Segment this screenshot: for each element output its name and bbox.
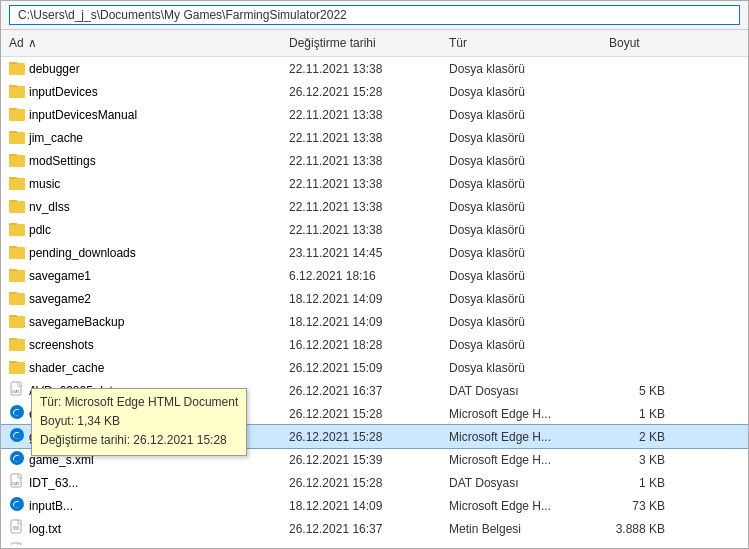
file-name: inputDevicesManual [29, 108, 137, 122]
cell-size: 1 KB [601, 475, 681, 491]
cell-name: savegameBackup [1, 311, 281, 332]
table-row[interactable]: screenshots 16.12.2021 18:28 Dosya klasö… [1, 333, 748, 356]
address-path[interactable]: C:\Users\d_j_s\Documents\My Games\Farmin… [9, 5, 740, 25]
cell-date: 26.12.2021 15:09 [281, 360, 441, 376]
cell-size [601, 160, 681, 162]
table-row[interactable]: shader_cache 26.12.2021 15:09 Dosya klas… [1, 356, 748, 379]
file-icon [9, 289, 25, 308]
table-row[interactable]: savegame2 18.12.2021 14:09 Dosya klasörü [1, 287, 748, 310]
table-row[interactable]: inputB... 18.12.2021 14:09 Microsoft Edg… [1, 494, 748, 517]
cell-size [601, 91, 681, 93]
cell-name: savegame1 [1, 265, 281, 286]
file-icon [9, 197, 25, 216]
file-name: inputB... [29, 499, 73, 513]
cell-type: Dosya klasörü [441, 199, 601, 215]
cell-size: 73 KB [601, 498, 681, 514]
file-name: IDT_63... [29, 476, 78, 490]
column-headers: Ad ∧ Değiştirme tarihi Tür Boyut [1, 30, 748, 57]
cell-size: 5 KB [601, 383, 681, 399]
cell-date: 22.11.2021 10:50 [281, 544, 441, 546]
file-icon [9, 450, 25, 469]
cell-name: screenshots [1, 334, 281, 355]
table-row[interactable]: jim_cache 22.11.2021 13:38 Dosya klasörü [1, 126, 748, 149]
table-row[interactable]: modSettings 22.11.2021 13:38 Dosya klasö… [1, 149, 748, 172]
table-row[interactable]: VERSION 22.11.2021 10:50 Dosya 1 KB [1, 540, 748, 545]
cell-name: savegame2 [1, 288, 281, 309]
cell-size [601, 183, 681, 185]
file-name: screenshots [29, 338, 94, 352]
col-header-size[interactable]: Boyut [601, 32, 681, 54]
cell-date: 18.12.2021 14:09 [281, 498, 441, 514]
cell-date: 22.11.2021 13:38 [281, 222, 441, 238]
cell-type: Microsoft Edge H... [441, 429, 601, 445]
cell-type: Dosya klasörü [441, 245, 601, 261]
cell-date: 26.12.2021 15:28 [281, 406, 441, 422]
cell-date: 26.12.2021 16:37 [281, 383, 441, 399]
cell-type: Metin Belgesi [441, 521, 601, 537]
file-icon [9, 266, 25, 285]
file-icon [9, 358, 25, 377]
cell-size: 1 KB [601, 544, 681, 546]
cell-size: 3.888 KB [601, 521, 681, 537]
col-header-date[interactable]: Değiştirme tarihi [281, 32, 441, 54]
table-row[interactable]: music 22.11.2021 13:38 Dosya klasörü [1, 172, 748, 195]
cell-size [601, 367, 681, 369]
cell-date: 18.12.2021 14:09 [281, 291, 441, 307]
cell-name: shader_cache [1, 357, 281, 378]
file-name: inputDevices [29, 85, 98, 99]
table-row[interactable]: pdlc 22.11.2021 13:38 Dosya klasörü [1, 218, 748, 241]
table-row[interactable]: nv_dlss 22.11.2021 13:38 Dosya klasörü [1, 195, 748, 218]
file-name: music [29, 177, 60, 191]
file-icon: DAT [9, 381, 25, 400]
file-name: log.txt [29, 522, 61, 536]
file-icon [9, 59, 25, 78]
file-name: savegame1 [29, 269, 91, 283]
col-header-name[interactable]: Ad ∧ [1, 32, 281, 54]
cell-date: 16.12.2021 18:28 [281, 337, 441, 353]
file-icon [9, 427, 25, 446]
cell-date: 26.12.2021 16:37 [281, 521, 441, 537]
cell-type: Dosya klasörü [441, 130, 601, 146]
table-row[interactable]: pending_downloads 23.11.2021 14:45 Dosya… [1, 241, 748, 264]
cell-date: 26.12.2021 15:39 [281, 452, 441, 468]
file-icon [9, 82, 25, 101]
table-row[interactable]: inputDevicesManual 22.11.2021 13:38 Dosy… [1, 103, 748, 126]
cell-size [601, 229, 681, 231]
file-icon [9, 151, 25, 170]
svg-text:DAT: DAT [12, 389, 20, 394]
cell-date: 22.11.2021 13:38 [281, 61, 441, 77]
file-icon [9, 174, 25, 193]
table-row[interactable]: debugger 22.11.2021 13:38 Dosya klasörü [1, 57, 748, 80]
cell-size [601, 321, 681, 323]
file-name: debugger [29, 62, 80, 76]
cell-date: 26.12.2021 15:28 [281, 475, 441, 491]
cell-name: inputDevicesManual [1, 104, 281, 125]
file-name: modSettings [29, 154, 96, 168]
file-icon [9, 404, 25, 423]
table-row[interactable]: log.txt 26.12.2021 16:37 Metin Belgesi 3… [1, 517, 748, 540]
cell-date: 6.12.2021 18:16 [281, 268, 441, 284]
tooltip-line3: Değiştirme tarihi: 26.12.2021 15:28 [40, 431, 238, 450]
cell-type: Dosya klasörü [441, 176, 601, 192]
cell-name: pending_downloads [1, 242, 281, 263]
col-header-type[interactable]: Tür [441, 32, 601, 54]
file-name: savegameBackup [29, 315, 124, 329]
table-row[interactable]: DAT IDT_63... 26.12.2021 15:28 DAT Dosya… [1, 471, 748, 494]
cell-type: Dosya klasörü [441, 291, 601, 307]
file-icon [9, 542, 25, 545]
cell-date: 18.12.2021 14:09 [281, 314, 441, 330]
file-icon [9, 128, 25, 147]
table-row[interactable]: inputDevices 26.12.2021 15:28 Dosya klas… [1, 80, 748, 103]
file-rows[interactable]: debugger 22.11.2021 13:38 Dosya klasörü … [1, 57, 748, 545]
file-icon [9, 105, 25, 124]
table-row[interactable]: savegame1 6.12.2021 18:16 Dosya klasörü [1, 264, 748, 287]
file-name: VERSION [29, 545, 83, 546]
cell-size [601, 137, 681, 139]
cell-date: 23.11.2021 14:45 [281, 245, 441, 261]
cell-type: Microsoft Edge H... [441, 406, 601, 422]
file-icon: DAT [9, 473, 25, 492]
file-icon [9, 335, 25, 354]
cell-size [601, 114, 681, 116]
table-row[interactable]: savegameBackup 18.12.2021 14:09 Dosya kl… [1, 310, 748, 333]
cell-date: 22.11.2021 13:38 [281, 130, 441, 146]
